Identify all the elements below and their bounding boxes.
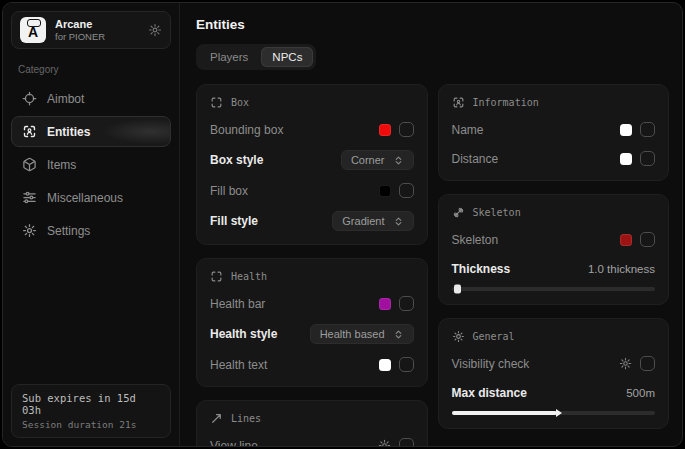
- health-style-dropdown[interactable]: Health based: [310, 324, 414, 344]
- color-swatch[interactable]: [379, 298, 391, 310]
- fill-box-row: Fill box: [210, 182, 414, 199]
- checkbox[interactable]: [399, 357, 414, 372]
- lines-card-header: Lines: [210, 412, 414, 425]
- target-tabs: Players NPCs: [196, 44, 316, 70]
- setting-label: Fill box: [210, 184, 379, 198]
- dropdown-value: Corner: [351, 154, 385, 166]
- setting-label: Thickness: [452, 262, 588, 276]
- color-swatch[interactable]: [620, 153, 632, 165]
- checkbox[interactable]: [640, 356, 655, 371]
- setting-label: Visibility check: [452, 357, 620, 371]
- health-text-row: Health text: [210, 356, 414, 373]
- color-swatch[interactable]: [379, 124, 391, 136]
- distance-row: Distance: [452, 150, 656, 167]
- setting-label: Skeleton: [452, 233, 621, 247]
- gear-icon: [22, 223, 37, 238]
- checkbox[interactable]: [640, 232, 655, 247]
- scan-brackets-icon: [210, 270, 223, 283]
- color-swatch[interactable]: [379, 185, 391, 197]
- skeleton-row: Skeleton: [452, 231, 656, 248]
- box-style-dropdown[interactable]: Corner: [341, 150, 414, 170]
- package-icon: [22, 157, 37, 172]
- sidebar-item-aimbot[interactable]: Aimbot: [11, 83, 171, 114]
- cards-grid: Box Bounding box Box style Corner: [196, 84, 669, 447]
- bounding-box-row: Bounding box: [210, 121, 414, 138]
- health-card: Health Health bar Health style Health ba…: [196, 258, 428, 387]
- slider-handle[interactable]: [454, 285, 461, 294]
- sidebar-item-label: Miscellaneous: [47, 191, 123, 205]
- thickness-row: Thickness 1.0 thickness: [452, 260, 656, 277]
- sidebar-header: A Arcane for PIONER: [11, 11, 171, 49]
- sidebar-item-label: Items: [47, 158, 76, 172]
- card-title: Health: [231, 271, 267, 282]
- information-card-header: Information: [452, 96, 656, 109]
- setting-label: Box style: [210, 153, 341, 167]
- slider-value: 1.0 thickness: [588, 263, 655, 275]
- bone-icon: [452, 206, 465, 219]
- checkbox[interactable]: [399, 183, 414, 198]
- fill-style-dropdown[interactable]: Gradient: [332, 211, 413, 231]
- sliders-icon: [22, 190, 37, 205]
- visibility-check-row: Visibility check: [452, 355, 656, 372]
- checkbox[interactable]: [399, 438, 414, 447]
- subscription-info: Sub expires in 15d 03h Session duration …: [11, 384, 171, 438]
- box-card-header: Box: [210, 96, 414, 109]
- chevron-up-down-icon: [393, 329, 404, 340]
- general-card-header: General: [452, 330, 656, 343]
- color-swatch[interactable]: [620, 234, 632, 246]
- app-logo: A: [20, 17, 46, 43]
- setting-label: View line: [210, 439, 378, 448]
- slider-fill[interactable]: [452, 411, 558, 415]
- box-style-row: Box style Corner: [210, 150, 414, 170]
- checkbox[interactable]: [640, 122, 655, 137]
- sidebar-item-settings[interactable]: Settings: [11, 215, 171, 246]
- row-settings-gear-icon[interactable]: [378, 439, 391, 447]
- name-row: Name: [452, 121, 656, 138]
- health-card-header: Health: [210, 270, 414, 283]
- checkbox[interactable]: [399, 122, 414, 137]
- slider-value: 500m: [626, 387, 655, 399]
- info-scan-icon: [452, 96, 465, 109]
- left-column: Box Bounding box Box style Corner: [196, 84, 428, 447]
- setting-label: Health style: [210, 327, 310, 341]
- sidebar-item-label: Entities: [47, 125, 90, 139]
- entities-scan-icon: [22, 124, 37, 139]
- health-bar-row: Health bar: [210, 295, 414, 312]
- diagonal-line-icon: [210, 412, 223, 425]
- sidebar-item-label: Settings: [47, 224, 90, 238]
- card-title: Information: [473, 97, 539, 108]
- checkbox[interactable]: [640, 151, 655, 166]
- checkbox[interactable]: [399, 296, 414, 311]
- thickness-slider[interactable]: [452, 287, 656, 291]
- card-title: General: [473, 331, 515, 342]
- sidebar-item-miscellaneous[interactable]: Miscellaneous: [11, 182, 171, 213]
- main-content: Entities Players NPCs Box Bounding box: [180, 3, 682, 446]
- setting-label: Name: [452, 123, 621, 137]
- card-title: Lines: [231, 413, 261, 424]
- health-style-row: Health style Health based: [210, 324, 414, 344]
- chevron-up-down-icon: [393, 216, 404, 227]
- max-distance-slider[interactable]: [452, 411, 656, 415]
- arcane-window: A Arcane for PIONER Category Aimbot Enti…: [2, 2, 683, 447]
- row-settings-gear-icon[interactable]: [619, 357, 632, 370]
- sidebar-item-label: Aimbot: [47, 92, 84, 106]
- header-gear-icon[interactable]: [148, 23, 162, 37]
- app-name: Arcane: [55, 18, 105, 30]
- sidebar-item-entities[interactable]: Entities: [11, 116, 171, 147]
- tab-players[interactable]: Players: [199, 47, 259, 67]
- color-swatch[interactable]: [620, 124, 632, 136]
- sidebar-item-items[interactable]: Items: [11, 149, 171, 180]
- setting-label: Distance: [452, 152, 621, 166]
- box-card: Box Bounding box Box style Corner: [196, 84, 428, 245]
- setting-label: Health bar: [210, 297, 379, 311]
- right-column: Information Name Distance: [438, 84, 670, 429]
- dropdown-value: Gradient: [342, 215, 384, 227]
- setting-label: Bounding box: [210, 123, 379, 137]
- color-swatch[interactable]: [379, 359, 391, 371]
- general-card: General Visibility check Max distance: [438, 318, 670, 429]
- tab-npcs[interactable]: NPCs: [261, 47, 313, 67]
- max-distance-row: Max distance 500m: [452, 384, 656, 401]
- chevron-up-down-icon: [393, 155, 404, 166]
- information-card: Information Name Distance: [438, 84, 670, 181]
- view-line-row: View line: [210, 437, 414, 447]
